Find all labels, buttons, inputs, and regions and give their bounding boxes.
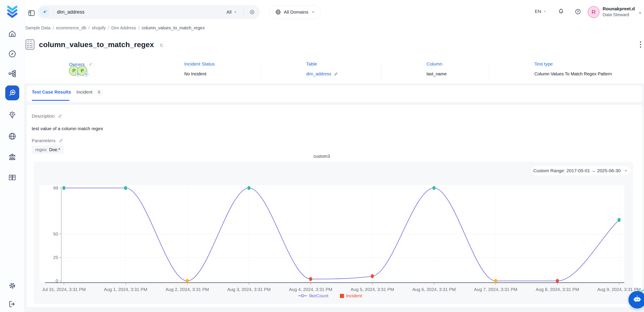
ai-sparkle-icon[interactable] [40, 7, 50, 17]
svg-text:Aug 3, 2024, 3:31 PM: Aug 3, 2024, 3:31 PM [227, 287, 271, 292]
copy-name-button[interactable] [158, 42, 165, 49]
chat-assistant-button[interactable] [628, 291, 644, 308]
more-actions-button[interactable] [637, 40, 644, 50]
sidebar-item-lineage[interactable] [8, 69, 17, 78]
breadcrumb-separator: / [53, 26, 54, 30]
sidebar-collapse-button[interactable] [28, 9, 36, 17]
robot-icon [632, 295, 642, 305]
help-icon: ? [575, 8, 581, 15]
breadcrumb-item[interactable]: shopify [92, 26, 106, 30]
chevron-down-icon [624, 169, 628, 173]
sidebar-item-settings[interactable] [8, 281, 17, 290]
global-search-input[interactable]: dim_address All [38, 5, 260, 19]
active-tab-underline [32, 100, 69, 101]
edit-owners-button[interactable] [87, 61, 94, 68]
search-scope-dropdown[interactable]: All [226, 10, 238, 15]
svg-text:Aug 7, 2024, 3:31 PM: Aug 7, 2024, 3:31 PM [474, 287, 517, 292]
chart-title: custom3 [34, 154, 610, 159]
tabs-bar: Test Case Results Incident0 [27, 85, 642, 102]
home-icon [8, 29, 17, 38]
chevron-down-icon [311, 10, 315, 14]
svg-text:Aug 5, 2024, 3:31 PM: Aug 5, 2024, 3:31 PM [350, 287, 394, 292]
svg-text:Aug 8, 2024, 3:31 PM: Aug 8, 2024, 3:31 PM [536, 287, 579, 292]
sidebar-item-explore[interactable] [8, 50, 17, 58]
legend-likecount: likeCount [309, 293, 328, 298]
app: dim_address All All Domains EN [0, 0, 644, 312]
parameters-label: Parameters [32, 138, 63, 143]
sidebar-item-governance[interactable] [8, 152, 17, 161]
user-menu-chevron[interactable] [638, 11, 642, 15]
svg-text:99: 99 [53, 185, 58, 190]
data-point [62, 186, 66, 190]
page-title: column_values_to_match_regex [39, 40, 154, 49]
domains-dropdown[interactable]: All Domains [270, 5, 321, 19]
sidebar-item-glossary[interactable] [8, 173, 17, 182]
data-point [309, 277, 312, 281]
lineage-icon [8, 69, 17, 78]
incident-count-badge: 0 [96, 89, 103, 96]
book-icon [8, 173, 17, 182]
compass-icon [8, 50, 17, 58]
tab-incident[interactable]: Incident0 [76, 89, 103, 96]
breadcrumb-item[interactable]: ecommerce_db [56, 26, 86, 30]
breadcrumb-separator: / [108, 26, 109, 30]
panel-toggle-icon [28, 9, 36, 17]
kebab-icon [637, 40, 644, 49]
edit-parameters-icon[interactable] [59, 138, 63, 143]
date-range-dropdown[interactable]: Custom Range: 2017-05-01 → 2025-06-30 [531, 166, 631, 176]
user-role: Data Steward [603, 12, 629, 17]
globe-icon [275, 9, 281, 15]
svg-text:Aug 2, 2024, 3:31 PM: Aug 2, 2024, 3:31 PM [166, 287, 209, 292]
parameter-chip: regex: Doe.* [32, 145, 64, 154]
owner-avatar[interactable]: P % [77, 66, 87, 76]
sidebar-item-insights[interactable] [8, 110, 17, 119]
sidebar [0, 0, 24, 312]
sidebar-item-observability[interactable] [5, 85, 19, 100]
logout-icon [8, 300, 17, 308]
avatar-initial: R [592, 9, 596, 16]
app-logo-icon[interactable] [5, 5, 19, 19]
date-range-label: Custom Range: 2017-05-01 → 2025-06-30 [533, 168, 620, 173]
help-button[interactable]: ? [575, 8, 581, 15]
breadcrumb-item[interactable]: Dim Address [112, 26, 136, 30]
tab-test-case-results[interactable]: Test Case Results [32, 89, 71, 95]
clear-search-icon[interactable] [249, 9, 255, 15]
description-label: Description [32, 113, 62, 119]
owner-badge-icon: % [84, 72, 88, 76]
domains-label: All Domains [284, 10, 308, 15]
owner-initial: P [81, 68, 84, 74]
chevron-down-icon [638, 11, 642, 15]
svg-text:Aug 9, 2024, 3:31 PM: Aug 9, 2024, 3:31 PM [598, 287, 641, 292]
svg-text:Aug 1, 2024, 3:31 PM: Aug 1, 2024, 3:31 PM [104, 287, 147, 292]
test-results-line-chart[interactable]: 0255099Jul 31, 2024, 3:31 PMAug 1, 2024,… [34, 178, 644, 304]
svg-text:?: ? [577, 10, 579, 13]
search-scope-label: All [226, 10, 232, 15]
table-link[interactable]: dim_address [306, 71, 331, 76]
bell-icon [558, 8, 564, 15]
chevron-down-icon [543, 10, 547, 13]
lightbulb-icon [8, 110, 17, 119]
sidebar-item-home[interactable] [8, 29, 17, 38]
sidebar-item-domains[interactable] [8, 132, 17, 141]
bank-icon [8, 152, 17, 161]
breadcrumb-item[interactable]: Sample Data [25, 26, 50, 30]
notifications-button[interactable] [558, 8, 564, 15]
edit-description-icon[interactable] [58, 114, 62, 118]
description-text: test value of a column match regex [32, 126, 103, 131]
svg-text:0: 0 [56, 278, 58, 283]
owner-initial: P [72, 68, 76, 74]
breadcrumb-item[interactable]: column_values_to_match_regex [142, 26, 204, 30]
column-label: Column [426, 61, 442, 67]
language-dropdown[interactable]: EN [535, 9, 547, 14]
user-avatar[interactable]: R [588, 6, 600, 18]
legend-incident: Incident [346, 293, 362, 298]
link-icon[interactable] [334, 72, 338, 76]
search-divider [53, 9, 54, 15]
column-value: last_name [426, 71, 446, 76]
data-point [556, 279, 559, 283]
sidebar-item-logout[interactable] [8, 300, 17, 308]
data-point [494, 279, 497, 283]
data-point [124, 186, 127, 190]
test-case-icon [25, 39, 35, 50]
breadcrumb-separator: / [88, 26, 90, 30]
